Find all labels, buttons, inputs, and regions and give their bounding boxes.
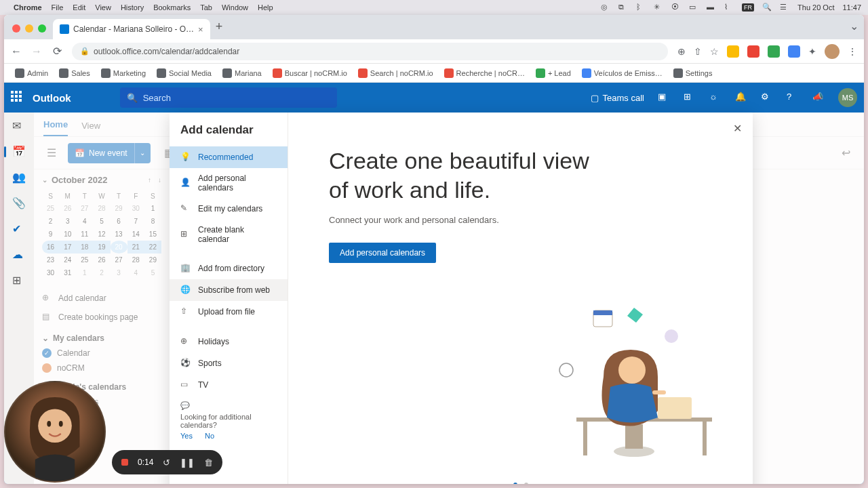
menubar-app[interactable]: Chrome [14, 3, 42, 12]
chrome-menu-icon[interactable]: ⋮ [848, 46, 857, 57]
restart-icon[interactable]: ↺ [163, 458, 170, 468]
menu-file[interactable]: File [52, 3, 64, 12]
webcam-bubble[interactable] [4, 381, 106, 483]
menubar-time[interactable]: 11:47 [842, 3, 861, 12]
help-icon[interactable]: ? [787, 92, 799, 104]
more-apps-icon[interactable]: ⊞ [12, 274, 26, 287]
new-tab-button[interactable]: + [216, 20, 223, 34]
whats-new-icon[interactable]: 📣 [812, 92, 825, 104]
notifications-icon[interactable]: 🔔 [735, 92, 747, 104]
close-modal-icon[interactable]: ✕ [733, 122, 742, 135]
menu-window[interactable]: Window [222, 3, 248, 12]
menu-bookmarks[interactable]: Bookmarks [153, 3, 191, 12]
bookmark-link[interactable]: Veículos de Emiss… [578, 66, 667, 80]
bookmark-folder[interactable]: Admin [11, 66, 52, 80]
nav-edit-calendars[interactable]: ✎Edit my calendars [170, 198, 288, 220]
control-center-icon[interactable]: ☰ [780, 3, 789, 12]
extension-icon[interactable] [788, 45, 800, 58]
bookmark-link[interactable]: Buscar | noCRM.io [269, 66, 351, 80]
extension-icon[interactable] [727, 45, 739, 58]
svg-point-11 [665, 329, 678, 343]
add-personal-calendars-button[interactable]: Add personal calendars [329, 243, 436, 263]
bookmark-link[interactable]: Recherche | noCR… [440, 66, 529, 80]
bookmark-folder[interactable]: Social Media [153, 66, 216, 80]
status-icon[interactable]: ◎ [601, 3, 610, 12]
nav-holidays[interactable]: ⊕Holidays [170, 331, 288, 352]
menu-history[interactable]: History [121, 3, 144, 12]
forward-button[interactable]: → [31, 45, 42, 58]
close-tab-icon[interactable]: × [198, 24, 203, 35]
maximize-window[interactable] [38, 24, 46, 33]
address-bar[interactable]: 🔒 outlook.office.com/calendar/addcalenda… [72, 43, 668, 60]
menu-tab[interactable]: Tab [200, 3, 212, 12]
nav-recommended[interactable]: 💡Recommended [170, 146, 288, 168]
display-icon[interactable]: ▭ [689, 3, 698, 12]
delete-icon[interactable]: 🗑 [204, 458, 213, 468]
minimize-window[interactable] [25, 24, 33, 33]
battery-icon[interactable]: ▬ [707, 3, 716, 12]
spotlight-icon[interactable]: 🔍 [762, 3, 772, 12]
status-icon[interactable]: ⦿ [671, 3, 681, 12]
files-icon[interactable]: 📎 [12, 197, 26, 210]
bookmark-link[interactable]: + Lead [532, 66, 575, 80]
prompt-yes[interactable]: Yes [180, 432, 193, 440]
my-day-icon[interactable]: ☼ [709, 92, 722, 104]
bookmark-link[interactable]: Settings [669, 66, 717, 80]
record-indicator-icon[interactable] [121, 459, 128, 466]
menu-view[interactable]: View [95, 3, 111, 12]
people-icon[interactable]: 👥 [12, 171, 26, 184]
settings-icon[interactable]: ⚙ [761, 92, 773, 104]
svg-point-14 [47, 421, 51, 427]
calendar-icon[interactable]: 📅 [12, 145, 26, 159]
nav-tv[interactable]: ▭TV [170, 374, 288, 396]
chrome-profile-avatar[interactable] [825, 44, 840, 59]
pause-icon[interactable]: ❚❚ [180, 458, 195, 468]
bookmark-folder[interactable]: Mariana [218, 66, 266, 80]
mail-icon[interactable]: ✉ [12, 119, 26, 133]
bookmark-link[interactable]: Search | noCRM.io [354, 66, 437, 80]
lock-icon: 🔒 [80, 47, 90, 56]
nav-sports[interactable]: ⚽Sports [170, 352, 288, 374]
menubar-lang[interactable]: FR [742, 3, 754, 12]
profile-avatar[interactable]: MS [838, 88, 857, 107]
carousel-dot[interactable] [513, 483, 517, 484]
teams-icon[interactable]: ⊞ [684, 92, 696, 104]
svg-rect-9 [593, 310, 612, 315]
bookmarks-bar: Admin Sales Marketing Social Media Maria… [4, 64, 864, 83]
bookmark-folder[interactable]: Sales [55, 66, 94, 80]
lightbulb-icon: 💡 [180, 152, 191, 163]
video-icon: ▢ [591, 93, 599, 103]
status-icon[interactable]: ✳ [654, 3, 663, 12]
tabs-chevron-icon[interactable]: ⌄ [850, 20, 859, 33]
dropbox-icon[interactable]: ⧉ [618, 3, 628, 12]
owa-search[interactable]: 🔍 Search [120, 87, 337, 108]
back-button[interactable]: ← [11, 45, 22, 58]
prompt-no[interactable]: No [205, 432, 214, 440]
share-icon[interactable]: ⇧ [694, 46, 702, 57]
extensions-puzzle-icon[interactable]: ✦ [808, 46, 816, 57]
app-launcher-icon[interactable] [11, 91, 24, 104]
menu-edit[interactable]: Edit [73, 3, 85, 12]
bookmark-folder[interactable]: Marketing [97, 66, 150, 80]
extension-icon[interactable] [768, 45, 780, 58]
carousel-dot[interactable] [524, 483, 528, 484]
bookmark-star-icon[interactable]: ☆ [710, 46, 719, 57]
browser-tab[interactable]: Calendar - Mariana Solleiro - O… × [53, 19, 210, 39]
bluetooth-icon[interactable]: ᛒ [636, 3, 646, 12]
wifi-icon[interactable]: ⌇ [724, 3, 734, 12]
nav-subscribe-web[interactable]: 🌐Subscribe from web [170, 279, 288, 301]
translate-icon[interactable]: ⊕ [677, 46, 686, 57]
menu-help[interactable]: Help [258, 3, 273, 12]
menubar-date[interactable]: Thu 20 Oct [797, 3, 834, 12]
nav-upload-file[interactable]: ⇧Upload from file [170, 301, 288, 323]
onedrive-icon[interactable]: ☁ [12, 248, 26, 262]
nav-add-directory[interactable]: 🏢Add from directory [170, 258, 288, 279]
nav-add-personal[interactable]: 👤Add personal calendars [170, 168, 288, 198]
close-window[interactable] [12, 24, 20, 33]
meet-now-icon[interactable]: ▣ [658, 92, 670, 104]
nav-create-blank[interactable]: ⊞Create blank calendar [170, 220, 288, 249]
todo-icon[interactable]: ✔ [12, 222, 26, 236]
teams-call-button[interactable]: ▢Teams call [591, 93, 644, 103]
extension-icon[interactable] [747, 45, 760, 58]
reload-button[interactable]: ⟳ [52, 45, 62, 58]
